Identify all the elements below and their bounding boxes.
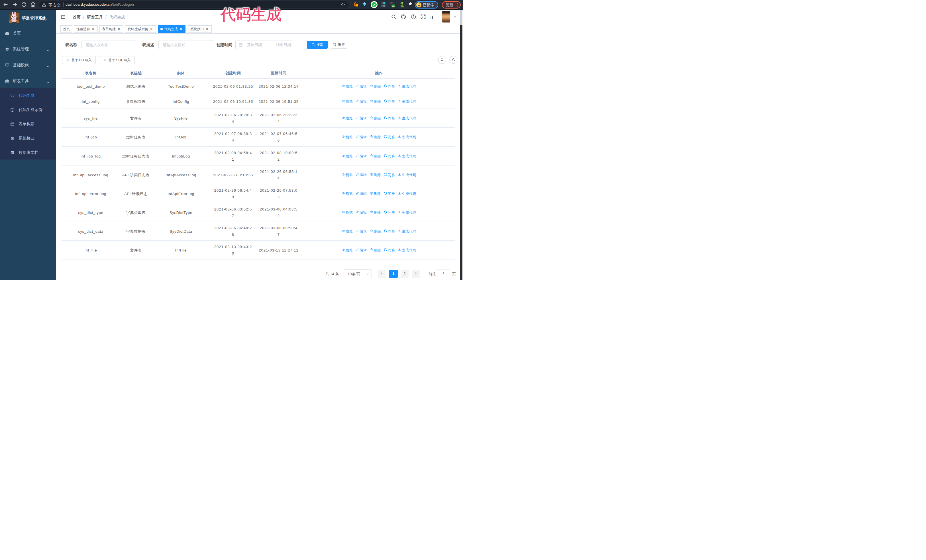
svg-text:on: on xyxy=(392,5,394,7)
